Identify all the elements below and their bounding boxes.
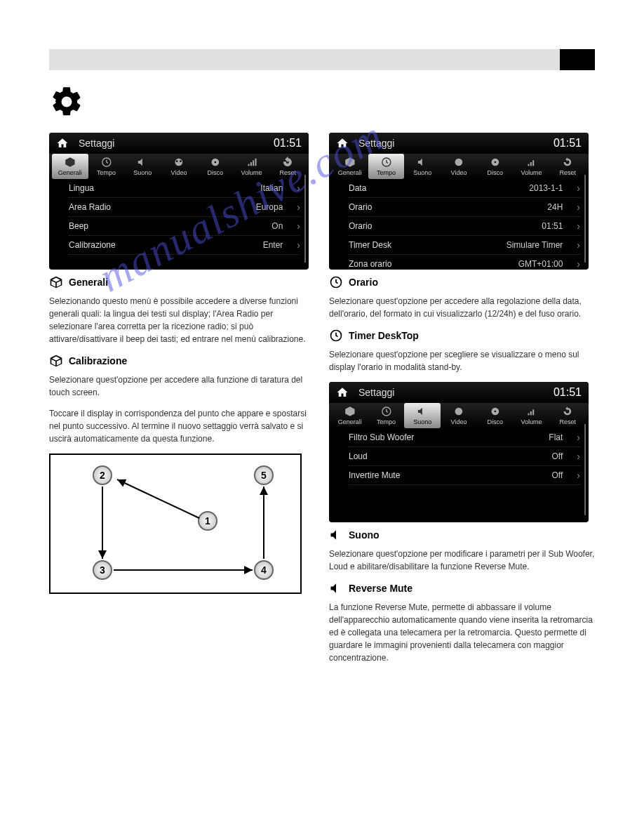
page-header-bar <box>49 49 595 70</box>
setting-row-invertire[interactable]: Invertire MuteOff› <box>349 466 580 485</box>
clock-icon <box>329 275 343 289</box>
tab-reset[interactable]: Reset <box>549 154 586 179</box>
svg-rect-6 <box>248 164 249 166</box>
tab-disco[interactable]: Disco <box>197 154 234 179</box>
calibration-diagram: 1 2 3 4 5 <box>49 454 302 594</box>
home-icon <box>336 386 349 399</box>
tab-reset[interactable]: Reset <box>269 154 306 179</box>
clock-icon <box>329 329 343 343</box>
text-reverse-mute: La funzione Reverse Mute, permette di ab… <box>329 601 595 664</box>
text-calibrazione-2: Toccare il display in corrispondenza del… <box>49 407 315 445</box>
tab-suono[interactable]: Suono <box>404 403 441 428</box>
tab-suono[interactable]: Suono <box>124 154 161 179</box>
setting-row-orario-format[interactable]: Orario24H› <box>349 198 580 217</box>
svg-rect-18 <box>528 164 529 166</box>
chevron-right-icon: › <box>297 220 300 232</box>
header-black-tab <box>560 49 595 70</box>
tab-video[interactable]: Video <box>441 154 477 179</box>
setting-row-beep[interactable]: BeepOn› <box>69 217 300 236</box>
calib-point-3: 3 <box>93 560 112 580</box>
heading-suono: Suono <box>329 528 595 542</box>
tab-tempo[interactable]: Tempo <box>368 403 405 428</box>
screen-clock: 01:51 <box>274 137 302 150</box>
setting-row-zona[interactable]: Zona orarioGMT+01:00› <box>349 255 580 270</box>
chevron-right-icon: › <box>577 201 580 213</box>
tab-tempo[interactable]: Tempo <box>368 154 405 179</box>
heading-reverse-mute: Reverse Mute <box>329 581 595 595</box>
tab-video[interactable]: Video <box>161 154 197 179</box>
chevron-right-icon: › <box>577 220 580 232</box>
screen-clock: 01:51 <box>554 137 582 150</box>
heading-timer: Timer DeskTop <box>329 329 595 343</box>
tab-volume[interactable]: Volume <box>514 403 550 428</box>
tab-volume[interactable]: Volume <box>234 154 270 179</box>
setting-row-data[interactable]: Data2013-1-1› <box>349 179 580 198</box>
tab-suono[interactable]: Suono <box>404 154 441 179</box>
svg-point-5 <box>214 161 216 164</box>
svg-point-15 <box>455 159 463 166</box>
text-timer: Selezionare quest'opzione per scegliere … <box>329 348 595 373</box>
setting-row-loud[interactable]: LoudOff› <box>349 447 580 466</box>
tab-row: Generali Tempo Suono Video Disco Volume … <box>49 154 309 179</box>
chevron-right-icon: › <box>297 201 300 213</box>
tab-video[interactable]: Video <box>441 403 477 428</box>
setting-row-filtro[interactable]: Filtro Sub WooferFlat› <box>349 428 580 447</box>
svg-rect-29 <box>532 409 534 415</box>
scrollbar[interactable] <box>304 175 306 263</box>
text-orario: Selezionare quest'opzione per accedere a… <box>329 295 595 320</box>
chevron-right-icon: › <box>577 239 580 251</box>
svg-rect-8 <box>253 160 254 166</box>
home-icon <box>56 137 69 150</box>
screen-title: Settaggi <box>79 138 274 149</box>
svg-rect-19 <box>530 162 531 166</box>
tab-reset[interactable]: Reset <box>549 403 586 428</box>
svg-point-2 <box>176 160 178 162</box>
speaker-icon <box>329 581 343 595</box>
svg-rect-27 <box>528 413 529 416</box>
screen-title: Settaggi <box>358 387 554 398</box>
chevron-right-icon: › <box>577 470 580 481</box>
scrollbar[interactable] <box>584 175 586 263</box>
cube-icon <box>49 354 63 368</box>
calib-point-1: 1 <box>198 511 217 531</box>
calib-point-2: 2 <box>93 465 112 485</box>
text-generali: Selezionando questo menù è possibile acc… <box>49 295 315 345</box>
setting-row-area-radio[interactable]: Area RadioEuropa› <box>69 198 300 217</box>
heading-calibrazione: Calibrazione <box>49 354 315 368</box>
chevron-right-icon: › <box>297 239 300 251</box>
svg-point-17 <box>494 161 496 164</box>
svg-point-24 <box>455 408 463 416</box>
text-suono: Selezionare quest'opzione per modificare… <box>329 548 595 573</box>
svg-point-26 <box>494 411 496 413</box>
tab-generali[interactable]: Generali <box>332 403 368 428</box>
scrollbar[interactable] <box>584 424 586 515</box>
svg-line-10 <box>117 479 199 518</box>
tab-tempo[interactable]: Tempo <box>88 154 125 179</box>
chevron-right-icon: › <box>577 451 580 462</box>
setting-row-calibrazione[interactable]: CalibrazioneEnter› <box>69 236 300 255</box>
setting-row-orario-time[interactable]: Orario01:51› <box>349 217 580 236</box>
setting-row-lingua[interactable]: LinguaItalian› <box>69 179 300 198</box>
tab-row: Generali Tempo Suono Video Disco Volume … <box>329 154 589 179</box>
speaker-icon <box>329 528 343 542</box>
screen-title: Settaggi <box>358 138 554 149</box>
tab-disco[interactable]: Disco <box>477 154 514 179</box>
heading-generali: Generali <box>49 275 315 289</box>
cube-icon <box>49 275 63 289</box>
tab-disco[interactable]: Disco <box>477 403 514 428</box>
gear-icon <box>49 84 84 119</box>
chevron-right-icon: › <box>577 258 580 270</box>
heading-orario: Orario <box>329 275 595 289</box>
text-calibrazione-1: Selezionare quest'opzione per accedere a… <box>49 373 315 399</box>
svg-rect-28 <box>530 411 531 415</box>
svg-rect-20 <box>532 160 534 166</box>
screen-clock: 01:51 <box>554 386 582 399</box>
tab-generali[interactable]: Generali <box>332 154 368 179</box>
tab-volume[interactable]: Volume <box>514 154 550 179</box>
setting-row-timer-desk[interactable]: Timer DeskSimulare Timer› <box>349 236 580 255</box>
svg-point-3 <box>180 160 182 162</box>
tab-row: Generali Tempo Suono Video Disco Volume … <box>329 403 589 428</box>
calib-point-4: 4 <box>254 560 274 580</box>
calib-point-5: 5 <box>254 465 274 485</box>
tab-generali[interactable]: Generali <box>52 154 88 179</box>
